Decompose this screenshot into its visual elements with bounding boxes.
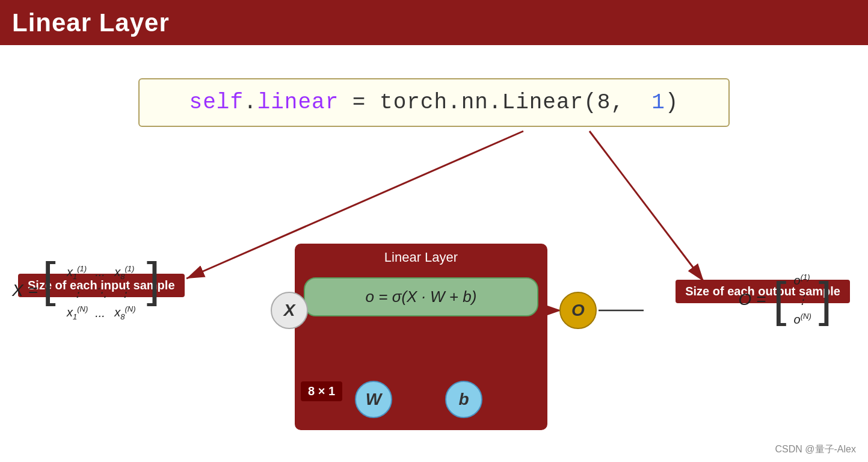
main-content: self.linear = torch.nn.Linear(8, 1) Size…	[0, 45, 868, 462]
cell-vdots-1: ⋮	[67, 285, 88, 300]
formula-text: o = σ(X · W + b)	[366, 288, 477, 306]
cell-x1-N: x1(N)	[67, 304, 88, 321]
code-linear: linear	[257, 90, 339, 115]
linear-layer-diagram: Linear Layer o = σ(X · W + b) 8 × 1	[295, 244, 547, 430]
code-paren-close: )	[665, 90, 679, 115]
matrix-row-1: x1(1) ... x8(1)	[67, 264, 136, 281]
bracket-right-x: ]	[147, 253, 160, 306]
cell-o-vdots: ⋮	[794, 292, 811, 307]
matrix-x-label: X =	[12, 281, 43, 300]
code-arg1: 8	[597, 90, 611, 115]
dimension-badge: 8 × 1	[301, 381, 342, 401]
code-equals: =	[339, 90, 380, 115]
circle-x-input: X	[271, 292, 308, 329]
code-dot2: .	[448, 90, 461, 115]
bracket-left-o: [	[773, 276, 786, 324]
cell-x1-1: x1(1)	[67, 264, 88, 281]
bracket-left-x: [	[43, 253, 56, 306]
header: Linear Layer	[0, 0, 868, 45]
code-dot1: .	[244, 90, 257, 115]
code-dot3: .	[488, 90, 502, 115]
cell-vdots-2: ⋮	[114, 285, 135, 300]
cell-ddots: ⋱	[95, 285, 107, 300]
matrix-row-2: ⋮ ⋱ ⋮	[67, 285, 136, 300]
footer-text: CSDN @量子-Alex	[775, 444, 856, 454]
cell-x8-1: x8(1)	[114, 264, 135, 281]
footer: CSDN @量子-Alex	[775, 443, 856, 456]
cell-o1: o(1)	[794, 273, 811, 288]
o-row-3: o(N)	[794, 312, 811, 327]
code-comma: ,	[611, 90, 651, 115]
cell-dots-3: ...	[95, 304, 107, 321]
bracket-right-o: ]	[819, 276, 832, 324]
code-box: self.linear = torch.nn.Linear(8, 1)	[138, 78, 730, 127]
code-arg2: 1	[651, 90, 665, 115]
code-Linear: Linear	[502, 90, 584, 115]
cell-oN: o(N)	[794, 312, 811, 327]
circle-o-label: O	[571, 301, 585, 320]
matrix-o-label: O =	[738, 290, 766, 309]
code-torch: torch	[380, 90, 448, 115]
cell-dots-1: ...	[95, 264, 107, 281]
code-nn: nn	[461, 90, 488, 115]
o-row-1: o(1)	[794, 273, 811, 288]
linear-layer-title: Linear Layer	[295, 244, 547, 271]
matrix-o: O = [ o(1) ⋮ o(N) ]	[738, 268, 832, 331]
circle-o-output: O	[559, 292, 597, 329]
circle-w-label: W	[366, 390, 381, 409]
arrow-output	[589, 131, 704, 282]
page-title: Linear Layer	[12, 8, 170, 37]
circle-x-label: X	[284, 301, 295, 320]
matrix-o-cells: o(1) ⋮ o(N)	[790, 268, 815, 331]
matrix-x-cells: x1(1) ... x8(1) ⋮ ⋱ ⋮ x1(N) ... x8(N)	[60, 259, 143, 326]
code-display: self.linear = torch.nn.Linear(8, 1)	[189, 90, 679, 115]
matrix-row-3: x1(N) ... x8(N)	[67, 304, 136, 321]
circle-b-label: b	[458, 390, 469, 409]
o-row-2: ⋮	[794, 292, 811, 307]
code-self: self	[189, 90, 244, 115]
circle-b: b	[445, 381, 482, 418]
circle-w: W	[355, 381, 392, 418]
cell-x8-N: x8(N)	[114, 304, 135, 321]
formula-box: o = σ(X · W + b)	[304, 277, 538, 316]
code-paren-open: (	[583, 90, 597, 115]
matrix-x: X = [ x1(1) ... x8(1) ⋮ ⋱ ⋮ x1(N) ... x8…	[12, 256, 160, 326]
